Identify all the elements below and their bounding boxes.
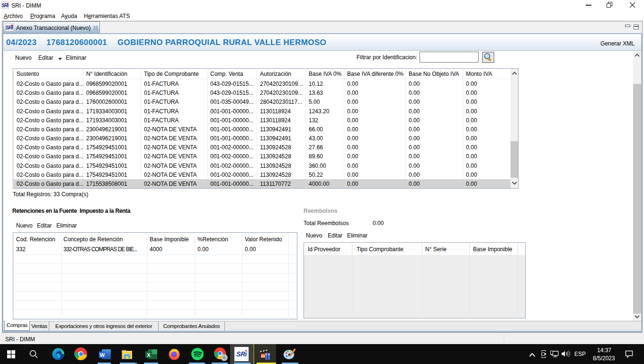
svg-text:X: X [147,352,151,358]
svg-text:W: W [100,352,105,358]
svg-text:31: 31 [261,354,265,358]
